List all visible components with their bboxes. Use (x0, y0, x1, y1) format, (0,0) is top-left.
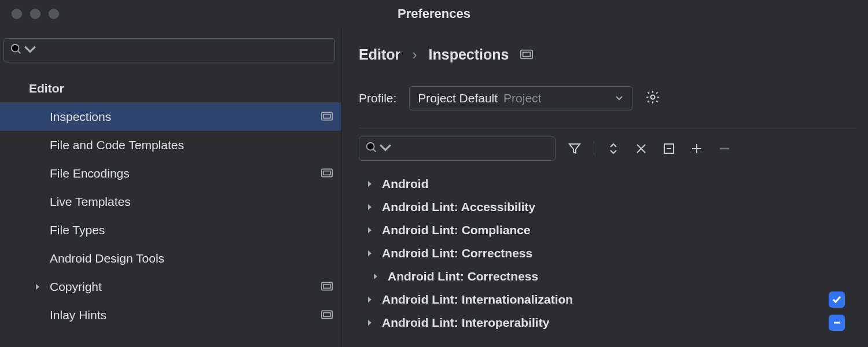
svg-line-1 (18, 50, 21, 53)
dropdown-caret-icon (379, 141, 392, 157)
svg-line-14 (373, 149, 376, 152)
profile-settings-button[interactable] (645, 90, 660, 108)
profile-scope: Project (503, 91, 541, 105)
minimize-window-button[interactable] (30, 9, 41, 19)
search-icon (365, 141, 378, 157)
svg-point-13 (367, 142, 374, 150)
panel-icon (321, 308, 333, 322)
panel-icon (321, 280, 333, 294)
sidebar-item[interactable]: Inlay Hints (0, 301, 341, 329)
inspection-category-row[interactable]: Android (359, 172, 868, 195)
svg-rect-9 (323, 312, 330, 316)
disable-button[interactable] (660, 140, 678, 157)
chevron-down-icon (615, 91, 624, 105)
zoom-window-button[interactable] (49, 9, 59, 19)
search-icon (10, 43, 23, 58)
inspection-category-name: Android Lint: Accessibility (382, 200, 535, 214)
inspection-category-row[interactable]: Android Lint: Internationalization (359, 288, 868, 311)
inspection-category-row[interactable]: Android Lint: Compliance (359, 219, 868, 242)
sidebar-item-label: Android Design Tools (50, 252, 164, 265)
divider (359, 128, 856, 128)
window-controls (0, 9, 59, 19)
breadcrumb-separator-icon: › (412, 46, 417, 63)
sidebar-item[interactable]: File and Code Templates (0, 131, 341, 159)
expand-collapse-button[interactable] (605, 140, 622, 157)
profile-label: Profile: (359, 91, 396, 105)
chevron-right-icon (366, 200, 374, 214)
sidebar: Editor InspectionsFile and Code Template… (0, 28, 341, 347)
profile-row: Profile: Project Default Project (359, 86, 868, 110)
sidebar-item[interactable]: File Encodings (0, 159, 341, 187)
sidebar-item-label: Inspections (50, 110, 111, 124)
content-panel: Editor › Inspections Profile: Project De… (341, 28, 868, 347)
sidebar-item[interactable]: Copyright (0, 272, 341, 301)
svg-rect-3 (323, 114, 330, 118)
reset-button[interactable] (632, 140, 650, 157)
window-title: Preferences (0, 6, 868, 21)
toolbar-separator (594, 142, 594, 156)
panel-icon (321, 110, 333, 124)
dropdown-caret-icon (24, 43, 36, 58)
sidebar-item-label: File and Code Templates (50, 138, 184, 152)
inspection-category-name: Android Lint: Compliance (382, 223, 531, 237)
filter-button[interactable] (566, 140, 583, 157)
chevron-right-icon (366, 223, 374, 237)
profile-value: Project Default (418, 91, 498, 105)
inspection-category-name: Android (382, 177, 428, 191)
chevron-right-icon (366, 177, 374, 191)
sidebar-item[interactable]: Android Design Tools (0, 244, 341, 272)
breadcrumb-leaf: Inspections (429, 46, 509, 63)
inspection-category-name: Android Lint: Correctness (388, 270, 538, 283)
chevron-right-icon (372, 270, 380, 283)
sidebar-item[interactable]: Inspections (0, 102, 341, 131)
sidebar-item-label: Inlay Hints (50, 308, 106, 322)
titlebar: Preferences (0, 0, 868, 28)
inspections-tree[interactable]: AndroidAndroid Lint: AccessibilityAndroi… (359, 169, 868, 334)
checkbox-checked[interactable] (829, 291, 845, 308)
breadcrumb: Editor › Inspections (359, 46, 868, 63)
sidebar-item-label: File Encodings (50, 167, 130, 180)
inspection-category-row[interactable]: Android Lint: Correctness (359, 242, 868, 265)
inspections-toolbar (359, 136, 868, 161)
sidebar-search[interactable] (3, 38, 335, 62)
svg-rect-7 (323, 284, 330, 288)
svg-rect-5 (323, 171, 330, 175)
inspection-category-name: Android Lint: Interoperability (382, 316, 549, 330)
svg-point-12 (651, 95, 655, 99)
sidebar-item-label: Copyright (50, 280, 102, 294)
profile-select[interactable]: Project Default Project (409, 86, 632, 110)
sidebar-item[interactable]: File Types (0, 216, 341, 244)
checkbox-mixed[interactable] (829, 315, 845, 331)
inspections-search[interactable] (359, 136, 556, 161)
panel-icon (321, 167, 333, 180)
panel-icon (520, 46, 533, 63)
sidebar-section-editor[interactable]: Editor (0, 74, 341, 102)
chevron-right-icon (366, 293, 374, 307)
chevron-right-icon (366, 316, 374, 330)
close-window-button[interactable] (12, 9, 22, 19)
chevron-right-icon (366, 246, 374, 260)
expand-arrow-icon (34, 283, 50, 291)
inspection-category-name: Android Lint: Internationalization (382, 293, 573, 307)
sidebar-item-label: Live Templates (50, 195, 131, 209)
svg-rect-11 (523, 52, 531, 56)
breadcrumb-root[interactable]: Editor (359, 46, 400, 63)
add-inspection-button[interactable] (688, 140, 705, 157)
settings-tree: Editor InspectionsFile and Code Template… (0, 74, 341, 347)
inspection-category-row[interactable]: Android Lint: Correctness (359, 265, 868, 288)
inspection-category-row[interactable]: Android Lint: Accessibility (359, 195, 868, 219)
sidebar-section-label: Editor (29, 82, 64, 95)
svg-point-0 (12, 44, 19, 51)
inspection-category-name: Android Lint: Correctness (382, 246, 532, 260)
sidebar-item[interactable]: Live Templates (0, 187, 341, 216)
remove-inspection-button[interactable] (716, 140, 733, 157)
inspection-category-row[interactable]: Android Lint: Interoperability (359, 311, 868, 334)
sidebar-item-label: File Types (50, 223, 105, 237)
